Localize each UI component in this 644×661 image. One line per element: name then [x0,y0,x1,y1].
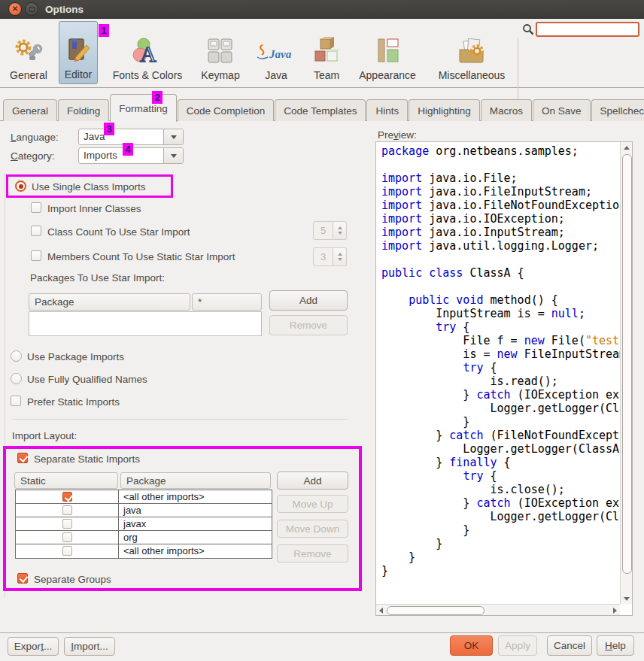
layout-table-header-package[interactable]: Package [120,472,271,489]
vertical-scroll-thumb[interactable] [622,154,632,574]
tab-code-completion[interactable]: Code Completion [178,99,274,121]
static-cell[interactable] [16,490,119,503]
members-count-value: 3 [313,247,333,266]
layout-table-header-static[interactable]: Static [14,472,118,489]
tab-hints[interactable]: Hints [366,99,408,121]
move-down-button[interactable]: Move Down [277,520,348,538]
tab-spellchecker[interactable]: Spellchecker [591,99,644,121]
static-cell[interactable] [16,517,119,530]
use-single-class-imports-radio[interactable] [15,180,26,192]
toolbar-item-fonts-colors[interactable]: A Fonts & Colors [104,21,191,84]
tab-macros[interactable]: Macros [481,99,532,121]
separate-static-imports-checkbox[interactable] [17,453,28,463]
package-cell[interactable]: org [119,531,272,544]
layout-remove-button[interactable]: Remove [277,544,348,562]
titlebar[interactable]: ✕ Options [0,0,644,19]
toolbar-label-keymap: Keymap [201,69,239,81]
tab-formatting[interactable]: Formatting [110,94,177,122]
vertical-scrollbar[interactable] [620,142,632,604]
spin-down-icon [338,232,342,235]
use-package-imports-label[interactable]: Use Package Imports [27,351,124,362]
scroll-right-icon[interactable] [613,608,617,614]
ok-button[interactable]: OK [450,635,493,656]
import-inner-classes-label[interactable]: Import Inner Classes [47,203,141,214]
horizontal-scrollbar[interactable] [376,604,620,615]
class-count-spinner[interactable]: 5 [313,221,347,240]
separate-groups-checkbox[interactable] [17,573,28,584]
static-cell[interactable] [16,544,119,558]
use-single-class-imports-label[interactable]: Use Single Class Imports [32,181,146,193]
prefer-static-imports-checkbox[interactable] [11,396,21,406]
annotation-badge-4: 4 [123,143,133,156]
toolbar-label-fonts-colors: Fonts & Colors [113,69,183,81]
import-inner-classes-checkbox[interactable] [31,202,41,213]
apply-button[interactable]: Apply [498,635,537,656]
scroll-down-icon[interactable] [624,597,630,601]
export-button[interactable]: Export... [8,637,59,656]
toolbar-item-editor[interactable]: Editor [59,21,98,84]
table-row[interactable]: javax [16,517,272,531]
static-cell[interactable] [16,531,119,544]
move-up-button[interactable]: Move Up [277,495,348,513]
close-button[interactable]: ✕ [8,2,22,16]
table-row[interactable]: <all other imports> [16,544,272,558]
toolbar-item-keymap[interactable]: Keymap [194,21,247,84]
star-add-button[interactable]: Add [269,290,348,311]
table-row[interactable]: org [16,531,272,544]
members-count-checkbox[interactable] [31,250,41,261]
use-fully-qualified-radio[interactable] [11,373,22,384]
class-count-spin-arrows[interactable] [333,221,347,240]
package-cell[interactable]: <all other imports> [119,544,272,558]
static-checkbox[interactable] [62,505,72,515]
toolbar-item-appearance[interactable]: Appearance [352,21,423,84]
prefer-static-imports-label[interactable]: Prefer Static Imports [27,396,120,408]
restore-button[interactable] [25,2,38,16]
package-cell[interactable]: <all other imports> [119,490,272,503]
tab-general[interactable]: General [3,99,57,121]
static-checkbox[interactable] [62,532,72,542]
star-table-body[interactable] [29,311,262,336]
star-remove-button[interactable]: Remove [269,315,348,335]
horizontal-scroll-thumb[interactable] [387,606,485,615]
table-row[interactable]: java [16,504,272,517]
package-cell[interactable]: javax [119,517,272,530]
scroll-left-icon[interactable] [379,608,383,614]
star-table-header-star[interactable]: * [192,293,262,311]
star-table-header-package[interactable]: Package [29,293,190,311]
separate-static-imports-label[interactable]: Separate Static Imports [34,453,140,465]
toolbar-item-general[interactable]: General [6,21,51,84]
static-checkbox[interactable] [62,492,72,502]
import-layout-table[interactable]: <all other imports> java javax org <all … [15,490,272,559]
annotation-badge-2: 2 [152,91,163,104]
tab-code-templates[interactable]: Code Templates [275,99,366,121]
static-checkbox[interactable] [62,546,72,556]
search-input[interactable] [536,22,639,37]
static-checkbox[interactable] [62,519,72,529]
toolbar-item-java[interactable]: Java Java [253,21,299,84]
help-button[interactable]: Help [597,635,634,656]
category-combo-arrow[interactable] [163,148,183,163]
table-row[interactable]: <all other imports> [16,490,272,504]
cancel-button[interactable]: Cancel [547,635,592,656]
separate-groups-label[interactable]: Separate Groups [34,574,111,585]
tab-highlighting[interactable]: Highlighting [409,99,480,121]
toolbar-item-team[interactable]: Team [304,21,349,84]
use-package-imports-radio[interactable] [11,350,22,362]
preview-code[interactable]: package org.netbeans.samples; import jav… [376,142,620,604]
members-count-label[interactable]: Members Count To Use Static Star Import [47,251,235,262]
toolbar-item-miscellaneous[interactable]: Miscellaneous [427,21,516,84]
tab-folding[interactable]: Folding [58,99,109,121]
scroll-up-icon[interactable] [624,146,630,150]
members-count-spinner[interactable]: 3 [313,247,347,266]
class-count-checkbox[interactable] [31,226,41,236]
layout-add-button[interactable]: Add [277,471,348,490]
class-count-label[interactable]: Class Count To Use Star Import [47,226,190,238]
use-fully-qualified-label[interactable]: Use Fully Qualified Names [27,374,147,385]
import-button[interactable]: Import... [64,637,115,656]
spin-down-icon [338,258,342,261]
language-combo-arrow[interactable] [163,129,183,144]
tab-on-save[interactable]: On Save [533,99,591,121]
package-cell[interactable]: java [119,504,272,517]
static-cell[interactable] [16,504,119,517]
members-count-spin-arrows[interactable] [333,247,347,266]
